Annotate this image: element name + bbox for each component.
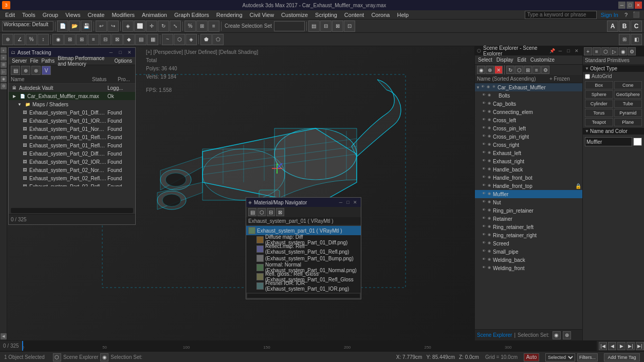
- menu-content[interactable]: Content: [341, 11, 367, 18]
- asset-row-tex5[interactable]: 🖼 Exhaust_system_Part_01_Refl_Gloss.png …: [9, 141, 135, 149]
- place-highlight-btn[interactable]: ◆: [123, 34, 135, 45]
- align-view-btn[interactable]: ▦: [147, 34, 158, 45]
- se-menu-display[interactable]: Display: [495, 57, 514, 63]
- normal-align-btn[interactable]: ⊠: [112, 34, 123, 45]
- tree-item-ring-pin[interactable]: 👁◉ Ring_pin_retainer: [475, 206, 582, 215]
- filters-btn[interactable]: Filters...: [577, 353, 598, 361]
- mat-nav-minimize-btn[interactable]: ─: [337, 199, 344, 206]
- asset-row-file[interactable]: ▶ 📄 Car_Exhaust_Muffler_max.max Ok: [9, 92, 135, 100]
- create-tab-btn[interactable]: +: [584, 47, 592, 55]
- panel-collapse-icon[interactable]: ◀: [1, 333, 7, 339]
- pyramid-btn[interactable]: Pyramid: [614, 109, 642, 117]
- tree-item-handle-front-bot[interactable]: 👁◉ Handle_front_bot: [475, 174, 582, 182]
- se-menu-select[interactable]: Select: [477, 57, 493, 63]
- named-sel-btn[interactable]: ▤: [308, 21, 320, 32]
- maximize-button[interactable]: □: [627, 2, 634, 9]
- se-filter-btn[interactable]: ≡: [532, 66, 541, 74]
- asset-row-tex6[interactable]: 🖼 Exhaust_system_Part_02_Diff.png Found: [9, 149, 135, 158]
- se-toolbar-x-btn[interactable]: ✕: [494, 66, 503, 74]
- asset-row-maps[interactable]: ▼ 📁 Maps / Shaders: [9, 100, 135, 108]
- tree-item-ring-ret-right[interactable]: 👁◉ Ring_retainer_right: [475, 231, 582, 239]
- scene-explorer-pin-btn[interactable]: 📌: [548, 47, 556, 54]
- asset-menu-server[interactable]: Server: [11, 58, 28, 64]
- utilities-tab-btn[interactable]: ⚙: [628, 47, 636, 55]
- obj-prop-btn[interactable]: ⊠: [332, 21, 343, 32]
- render-btn[interactable]: B: [619, 21, 630, 32]
- display-panel-icon[interactable]: ◉: [1, 76, 7, 82]
- se-sync-btn[interactable]: ↻: [506, 66, 514, 74]
- menu-scripting[interactable]: Scripting: [312, 11, 340, 18]
- tree-item-bolts[interactable]: 👁 ◉ Bolts: [475, 91, 582, 100]
- se-options-btn[interactable]: ⚙: [541, 66, 549, 74]
- community-button[interactable]: ⬛: [631, 11, 642, 18]
- mat-nav-maximize-btn[interactable]: □: [344, 199, 352, 206]
- motion-tab-btn[interactable]: ▷: [610, 47, 618, 55]
- asset-row-tex9[interactable]: 🖼 Exhaust_system_Part_02_Refl.png Found: [9, 174, 135, 182]
- asset-row-tex2[interactable]: 🖼 Exhaust_system_Part_01_IOR.png Found: [9, 117, 135, 125]
- percent-snap-btn[interactable]: %: [26, 34, 37, 45]
- tree-item-ring-ret-left[interactable]: 👁◉ Ring_retainer_left: [475, 223, 582, 231]
- mat-item-refl[interactable]: Reflect.map: Refl (Exhaust_system_Part_0…: [246, 244, 361, 254]
- menu-animation[interactable]: Animation: [139, 11, 170, 18]
- selection-filter-dropdown[interactable]: Selected: [545, 353, 575, 361]
- tree-item-root[interactable]: ▼ 👁 ◉ ❄ Car_Exhaust_Muffler: [475, 83, 582, 91]
- mat-nav-btn1[interactable]: ▤: [248, 208, 256, 216]
- scene-explorer-close-btn[interactable]: ✕: [573, 47, 580, 54]
- create-panel-icon[interactable]: +: [1, 47, 7, 53]
- teapot-btn[interactable]: Teapot: [585, 118, 613, 126]
- asset-menu-options[interactable]: Options: [114, 58, 133, 64]
- render-production-btn[interactable]: ⬟: [200, 34, 212, 45]
- se-status-btn2[interactable]: ◉: [100, 353, 108, 361]
- mirror-tool-btn[interactable]: ⊞: [64, 34, 76, 45]
- display-tab-btn[interactable]: ◉: [619, 47, 627, 55]
- shading-viewport-btn[interactable]: ◧: [631, 34, 642, 45]
- play-btn[interactable]: ▶: [617, 342, 625, 350]
- box-btn[interactable]: Box: [585, 81, 613, 89]
- asset-row-tex10[interactable]: 🖼 Exhaust_system_Part_02_Refl_Gloss.png …: [9, 182, 135, 186]
- select-obj-btn[interactable]: ◈: [122, 21, 134, 32]
- scale-btn[interactable]: ⤡: [170, 21, 181, 32]
- se-toolbar-btn1[interactable]: ◉: [477, 66, 485, 74]
- utilities-panel-icon[interactable]: ⚙: [1, 83, 7, 89]
- viewport-layout-btn[interactable]: ⊞: [619, 34, 630, 45]
- tree-item-screed[interactable]: 👁◉ Screed: [475, 239, 582, 247]
- sphere-btn[interactable]: Sphere: [585, 90, 613, 99]
- tree-item-handle-front-top[interactable]: 👁◉ Handle_front_top 🔒: [475, 182, 582, 190]
- next-frame-btn[interactable]: ▶|: [627, 342, 635, 350]
- hierarchy-panel-icon[interactable]: ⊞: [1, 62, 7, 68]
- object-name-input[interactable]: [585, 137, 632, 146]
- se-status-btn[interactable]: ⬡: [53, 353, 61, 361]
- menu-views[interactable]: Views: [62, 11, 83, 18]
- hierarchy-tab-btn[interactable]: ⬡: [601, 47, 610, 55]
- se-bottom-btn2[interactable]: ⊕: [563, 331, 571, 339]
- asset-menu-paths[interactable]: Paths: [41, 58, 56, 64]
- render-iterative-btn[interactable]: ⬠: [212, 34, 224, 45]
- asset-row-tex4[interactable]: 🖼 Exhaust_system_Part_01_Refl.png Found: [9, 133, 135, 141]
- new-scene-btn[interactable]: 📄: [57, 21, 68, 32]
- modify-panel-icon[interactable]: ≡: [1, 54, 7, 61]
- asset-row-tex1[interactable]: 🖼 Exhaust_system_Part_01_Diff.png Found: [9, 108, 135, 117]
- asset-menu-file[interactable]: File: [29, 58, 39, 64]
- menu-rendering[interactable]: Rendering: [213, 11, 246, 18]
- tree-item-cap-bolts[interactable]: 👁◉ Cap_bolts: [475, 100, 582, 108]
- cylinder-btn[interactable]: Cylinder: [585, 100, 613, 108]
- tree-item-exhaust-right[interactable]: 👁◉ Exhaust_right: [475, 157, 582, 165]
- spinner-snap-btn[interactable]: ↕: [38, 34, 49, 45]
- prev-frame-btn[interactable]: ◀: [608, 342, 616, 350]
- asset-toolbar-btn4[interactable]: V: [42, 66, 51, 75]
- menu-modifiers[interactable]: Modifiers: [108, 11, 138, 18]
- viewport-area[interactable]: 🗂 Asset Tracking ─ □ ✕ Server File Paths…: [7, 46, 474, 340]
- mirror-btn[interactable]: ⊞: [196, 21, 208, 32]
- autogrid-checkbox[interactable]: [585, 74, 590, 79]
- create-selection-input[interactable]: [274, 21, 305, 31]
- reference-btn[interactable]: %: [185, 21, 196, 32]
- se-hier-btn[interactable]: ⬡: [515, 66, 523, 74]
- menu-civil-view[interactable]: Civil View: [247, 11, 277, 18]
- asset-menu-bitmap[interactable]: Bitmap Performance and Memory: [57, 55, 112, 67]
- undo-btn[interactable]: ↩: [96, 21, 107, 32]
- scene-explorer-minimize-btn[interactable]: ─: [557, 47, 564, 54]
- timeline-track[interactable]: 0 50 100 150 200 250 300: [22, 341, 597, 351]
- mat-nav-btn3[interactable]: ⊟: [267, 208, 275, 216]
- close-button[interactable]: ✕: [635, 2, 642, 9]
- save-btn[interactable]: 💾: [81, 21, 92, 32]
